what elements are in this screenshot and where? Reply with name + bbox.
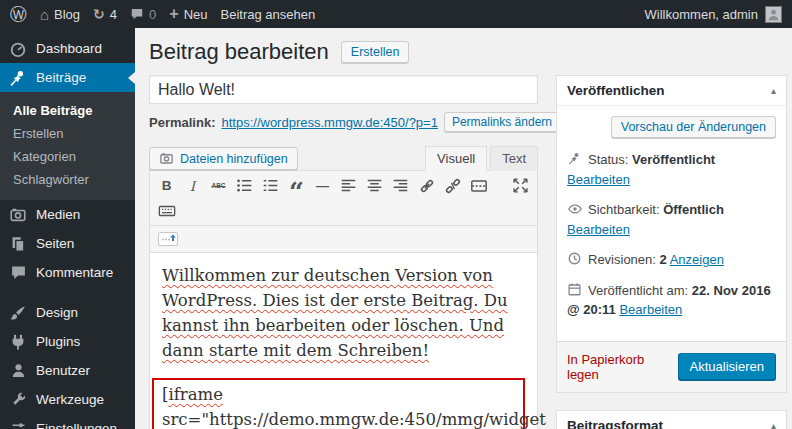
plus-icon xyxy=(169,6,178,22)
revisions-row: Revisionen: 2 Anzeigen xyxy=(567,250,776,270)
sidebar-item-pages[interactable]: Seiten xyxy=(0,229,135,258)
sidebar-item-tools[interactable]: Werkzeuge xyxy=(0,385,135,414)
sidebar-label: Benutzer xyxy=(36,363,90,378)
sidebar-label: Beiträge xyxy=(36,70,86,85)
add-new-post-button[interactable]: Erstellen xyxy=(341,41,410,63)
add-media-button[interactable]: Dateien hinzufügen xyxy=(149,147,298,170)
bold-button[interactable] xyxy=(154,175,179,197)
plugin-placeholder-button[interactable] xyxy=(156,228,181,250)
sidebar-separator xyxy=(0,287,135,298)
sidebar-item-comments[interactable]: Kommentare xyxy=(0,258,135,287)
permalink-url-link[interactable]: https://wordpress.mmgw.de:450/?p=1 xyxy=(221,115,437,130)
post-editor: Willkommen zur deutschen Version von Wor… xyxy=(149,170,538,429)
view-post-link[interactable]: Beitrag ansehen xyxy=(221,7,316,22)
post-title-input[interactable] xyxy=(149,75,538,104)
link-button[interactable] xyxy=(414,175,439,197)
sliders-icon xyxy=(8,419,28,429)
main-content: Beitrag bearbeiten Erstellen Permalink: … xyxy=(135,28,792,429)
move-to-trash-link[interactable]: In Papierkorb legen xyxy=(567,352,678,382)
submenu-tags[interactable]: Schlagwörter xyxy=(0,168,135,191)
tab-text[interactable]: Text xyxy=(490,146,538,171)
show-revisions-link[interactable]: Anzeigen xyxy=(670,252,724,267)
read-more-button[interactable] xyxy=(466,175,491,197)
revisions-value: 2 xyxy=(660,252,667,267)
submenu-add-new[interactable]: Erstellen xyxy=(0,122,135,145)
horizontal-rule-button[interactable] xyxy=(310,175,335,197)
edit-published-date-link[interactable]: Bearbeiten xyxy=(619,302,682,317)
toolbar-toggle-button[interactable] xyxy=(154,200,179,222)
published-date-row: Veröffentlicht am: 22. Nov 2016 @ 20:11 … xyxy=(567,281,776,320)
sidebar-item-dashboard[interactable]: Dashboard xyxy=(0,34,135,63)
greeting-text: Willkommen, admin xyxy=(645,7,758,22)
updates-link[interactable]: 4 xyxy=(93,7,117,22)
align-left-button[interactable] xyxy=(336,175,361,197)
editor-content-area[interactable]: Willkommen zur deutschen Version von Wor… xyxy=(150,253,537,429)
bullet-list-button[interactable] xyxy=(232,175,257,197)
edit-visibility-link[interactable]: Bearbeiten xyxy=(567,222,630,237)
collapse-arrow-icon[interactable] xyxy=(771,420,776,429)
tab-visual[interactable]: Visuell xyxy=(425,146,487,171)
preview-changes-button[interactable]: Vorschau der Änderungen xyxy=(611,116,776,138)
sidebar-item-plugins[interactable]: Plugins xyxy=(0,327,135,356)
wordpress-menu[interactable] xyxy=(10,6,27,23)
italic-button[interactable] xyxy=(180,175,205,197)
clock-icon xyxy=(567,251,583,267)
comments-link[interactable]: 0 xyxy=(130,7,156,22)
publish-panel-header[interactable]: Veröffentlichen xyxy=(557,76,786,106)
account-link[interactable]: Willkommen, admin xyxy=(645,7,758,22)
sidebar-item-media[interactable]: Medien xyxy=(0,200,135,229)
strikethrough-button[interactable] xyxy=(206,175,231,197)
align-right-button[interactable] xyxy=(388,175,413,197)
sidebar-label: Design xyxy=(36,305,78,320)
status-value: Veröffentlicht xyxy=(632,152,715,167)
fullscreen-button[interactable] xyxy=(508,175,533,197)
red-annotation-box: [iframe src="https://demo.mmgw.de:450/mm… xyxy=(152,378,525,429)
sidebar-label: Dashboard xyxy=(36,41,102,56)
sidebar-label: Werkzeuge xyxy=(36,392,104,407)
eye-icon xyxy=(567,201,583,217)
submenu-categories[interactable]: Kategorien xyxy=(0,145,135,168)
change-permalink-button[interactable]: Permalinks ändern xyxy=(444,112,560,132)
update-button[interactable]: Aktualisieren xyxy=(678,353,776,380)
media-icon xyxy=(8,205,28,225)
collapse-arrow-icon[interactable] xyxy=(771,85,776,96)
post-format-panel-header[interactable]: Beitragsformat xyxy=(557,411,786,429)
blockquote-button[interactable] xyxy=(284,175,309,197)
sidebar-label: Einstellungen xyxy=(36,421,117,429)
admin-sidebar: Dashboard Beiträge Alle Beiträge Erstell… xyxy=(0,28,135,429)
revisions-label: Revisionen: xyxy=(588,252,656,267)
post-format-panel: Beitragsformat Standard Kurzmitteilung xyxy=(556,410,787,429)
site-link[interactable]: Blog xyxy=(40,7,80,22)
sidebar-item-settings[interactable]: Einstellungen xyxy=(0,414,135,429)
status-label: Status: xyxy=(588,152,628,167)
unlink-button[interactable] xyxy=(440,175,465,197)
sidebar-label: Seiten xyxy=(36,236,74,251)
shortcode-rest: src="https://demo.mmgw.de:450/mmg/widget… xyxy=(162,410,546,429)
avatar[interactable] xyxy=(765,6,782,23)
site-name: Blog xyxy=(54,7,80,22)
align-center-button[interactable] xyxy=(362,175,387,197)
status-row: Status: Veröffentlicht Bearbeiten xyxy=(567,150,776,189)
submenu-all-posts[interactable]: Alle Beiträge xyxy=(0,99,135,122)
add-media-icon xyxy=(159,151,174,166)
sidebar-item-appearance[interactable]: Design xyxy=(0,298,135,327)
published-label: Veröffentlicht am: xyxy=(588,283,688,298)
user-icon xyxy=(8,361,28,381)
permalink-label: Permalink: xyxy=(149,115,215,130)
edit-status-link[interactable]: Bearbeiten xyxy=(567,172,630,187)
paintbrush-icon xyxy=(8,303,28,323)
shortcode-word: iframe xyxy=(168,385,223,404)
numbered-list-button[interactable] xyxy=(258,175,283,197)
comments-icon xyxy=(8,263,28,283)
sidebar-label: Medien xyxy=(36,207,80,222)
new-content-link[interactable]: Neu xyxy=(169,6,207,22)
posts-submenu: Alle Beiträge Erstellen Kategorien Schla… xyxy=(0,92,135,200)
publish-panel-title: Veröffentlichen xyxy=(567,83,665,98)
admin-bar: Blog 4 0 Neu Beitrag ansehen Willkommen,… xyxy=(0,0,792,28)
calendar-icon xyxy=(567,282,583,298)
sidebar-label: Plugins xyxy=(36,334,80,349)
visibility-value: Öffentlich xyxy=(663,202,724,217)
add-media-label: Dateien hinzufügen xyxy=(180,152,288,166)
sidebar-item-posts[interactable]: Beiträge xyxy=(0,63,135,92)
sidebar-item-users[interactable]: Benutzer xyxy=(0,356,135,385)
